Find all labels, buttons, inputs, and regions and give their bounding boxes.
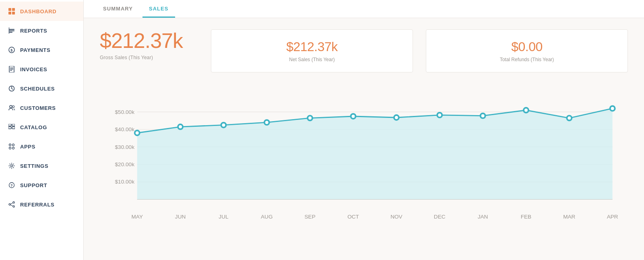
svg-line-33 bbox=[10, 203, 13, 204]
svg-rect-0 bbox=[8, 8, 11, 11]
sidebar-item-label: PAYMENTS bbox=[20, 47, 50, 53]
svg-rect-21 bbox=[8, 127, 11, 129]
svg-point-51 bbox=[222, 124, 225, 127]
net-sales-label: Net Sales (This Year) bbox=[289, 57, 334, 62]
svg-text:JUL: JUL bbox=[219, 214, 229, 220]
svg-text:$30.00k: $30.00k bbox=[115, 144, 135, 150]
svg-point-26 bbox=[12, 147, 14, 149]
svg-point-53 bbox=[265, 121, 268, 124]
svg-text:?: ? bbox=[10, 184, 13, 188]
svg-text:JAN: JAN bbox=[478, 214, 488, 220]
svg-text:$50.00k: $50.00k bbox=[115, 109, 135, 115]
support-icon: ? bbox=[7, 181, 16, 190]
svg-point-57 bbox=[352, 115, 355, 118]
dashboard-content: $212.37k Gross Sales (This Year) $212.37… bbox=[84, 18, 644, 260]
catalog-icon bbox=[7, 123, 16, 132]
stats-row: $212.37k Gross Sales (This Year) $212.37… bbox=[100, 29, 628, 72]
total-refunds-value: $0.00 bbox=[511, 39, 543, 54]
svg-text:MAY: MAY bbox=[132, 214, 143, 220]
sidebar-item-label: CATALOG bbox=[20, 124, 47, 130]
referrals-icon bbox=[7, 200, 16, 209]
sidebar-item-label: APPS bbox=[20, 144, 35, 150]
reports-icon bbox=[7, 26, 16, 35]
tab-bar: SUMMARY SALES bbox=[84, 0, 644, 18]
svg-point-59 bbox=[395, 116, 398, 119]
svg-point-61 bbox=[438, 113, 441, 117]
svg-rect-19 bbox=[8, 124, 11, 126]
svg-point-17 bbox=[10, 105, 12, 108]
sidebar-item-catalog[interactable]: CATALOG bbox=[0, 118, 83, 137]
svg-line-16 bbox=[12, 89, 13, 89]
svg-point-67 bbox=[568, 116, 571, 120]
svg-point-18 bbox=[12, 106, 14, 108]
svg-point-49 bbox=[179, 125, 182, 128]
net-sales-card: $212.37k Net Sales (This Year) bbox=[211, 29, 413, 72]
sidebar-item-label: SUPPORT bbox=[20, 182, 47, 188]
sidebar-item-payments[interactable]: $ PAYMENTS bbox=[0, 40, 83, 60]
svg-point-65 bbox=[524, 109, 528, 112]
svg-text:AUG: AUG bbox=[261, 214, 272, 220]
svg-point-55 bbox=[308, 116, 312, 120]
svg-text:$: $ bbox=[10, 48, 13, 52]
svg-rect-7 bbox=[8, 27, 10, 34]
svg-text:FEB: FEB bbox=[521, 214, 531, 220]
svg-rect-5 bbox=[9, 31, 14, 31]
tab-sales[interactable]: SALES bbox=[142, 0, 175, 18]
svg-point-23 bbox=[9, 144, 11, 146]
svg-text:APR: APR bbox=[607, 214, 618, 220]
sidebar-item-referrals[interactable]: REFERRALS bbox=[0, 195, 83, 214]
svg-point-30 bbox=[9, 204, 10, 205]
svg-rect-2 bbox=[8, 12, 11, 14]
dashboard-icon bbox=[7, 7, 16, 16]
sidebar-item-reports[interactable]: REPORTS bbox=[0, 21, 83, 40]
sidebar-item-support[interactable]: ? SUPPORT bbox=[0, 175, 83, 195]
sidebar-item-dashboard[interactable]: DASHBOARD bbox=[0, 2, 83, 21]
svg-text:$20.00k: $20.00k bbox=[115, 161, 135, 167]
svg-point-27 bbox=[11, 165, 13, 167]
svg-text:$40.00k: $40.00k bbox=[115, 126, 135, 132]
svg-point-24 bbox=[12, 144, 14, 146]
svg-text:DEC: DEC bbox=[434, 214, 446, 220]
sidebar-item-settings[interactable]: SETTINGS bbox=[0, 156, 83, 175]
gross-sales-label: Gross Sales (This Year) bbox=[100, 55, 153, 60]
svg-rect-20 bbox=[12, 124, 15, 126]
svg-point-25 bbox=[9, 147, 11, 149]
svg-rect-3 bbox=[12, 12, 15, 14]
svg-point-32 bbox=[13, 206, 14, 207]
svg-rect-22 bbox=[12, 127, 15, 129]
tab-summary[interactable]: SUMMARY bbox=[97, 0, 139, 18]
sidebar-item-schedules[interactable]: SCHEDULES bbox=[0, 79, 83, 98]
main-content: SUMMARY SALES $212.37k Gross Sales (This… bbox=[84, 0, 644, 260]
total-refunds-card: $0.00 Total Refunds (This Year) bbox=[426, 29, 628, 72]
apps-icon bbox=[7, 142, 16, 151]
sidebar-item-apps[interactable]: APPS bbox=[0, 137, 83, 156]
net-sales-value: $212.37k bbox=[286, 39, 338, 54]
sidebar-item-label: DASHBOARD bbox=[20, 8, 56, 14]
svg-rect-12 bbox=[10, 69, 13, 70]
sidebar-item-label: INVOICES bbox=[20, 66, 47, 72]
svg-text:OCT: OCT bbox=[347, 214, 359, 220]
sidebar: DASHBOARD REPORTS $ PAYMENTS INVOICES SC… bbox=[0, 0, 84, 260]
settings-icon bbox=[7, 161, 16, 170]
invoices-icon bbox=[7, 65, 16, 74]
svg-point-47 bbox=[136, 131, 139, 134]
sidebar-item-label: SETTINGS bbox=[20, 163, 48, 169]
svg-rect-4 bbox=[9, 29, 14, 30]
svg-rect-1 bbox=[12, 8, 15, 11]
svg-point-69 bbox=[611, 107, 614, 110]
sidebar-item-label: REPORTS bbox=[20, 28, 47, 34]
total-refunds-label: Total Refunds (This Year) bbox=[500, 57, 554, 62]
gross-sales-block: $212.37k Gross Sales (This Year) bbox=[100, 29, 188, 60]
sales-chart: $10.00k$20.00k$30.00k$40.00k$50.00kMAYJU… bbox=[100, 85, 628, 222]
gross-sales-value: $212.37k bbox=[100, 29, 183, 52]
sidebar-item-customers[interactable]: CUSTOMERS bbox=[0, 98, 83, 118]
customers-icon bbox=[7, 103, 16, 112]
chart-area: $10.00k$20.00k$30.00k$40.00k$50.00kMAYJU… bbox=[100, 85, 628, 252]
payments-icon: $ bbox=[7, 45, 16, 54]
svg-text:JUN: JUN bbox=[175, 214, 186, 220]
sidebar-item-invoices[interactable]: INVOICES bbox=[0, 60, 83, 79]
sidebar-item-label: SCHEDULES bbox=[20, 86, 55, 92]
svg-rect-13 bbox=[10, 70, 12, 71]
svg-text:$10.00k: $10.00k bbox=[115, 179, 135, 185]
sidebar-item-label: REFERRALS bbox=[20, 202, 54, 208]
